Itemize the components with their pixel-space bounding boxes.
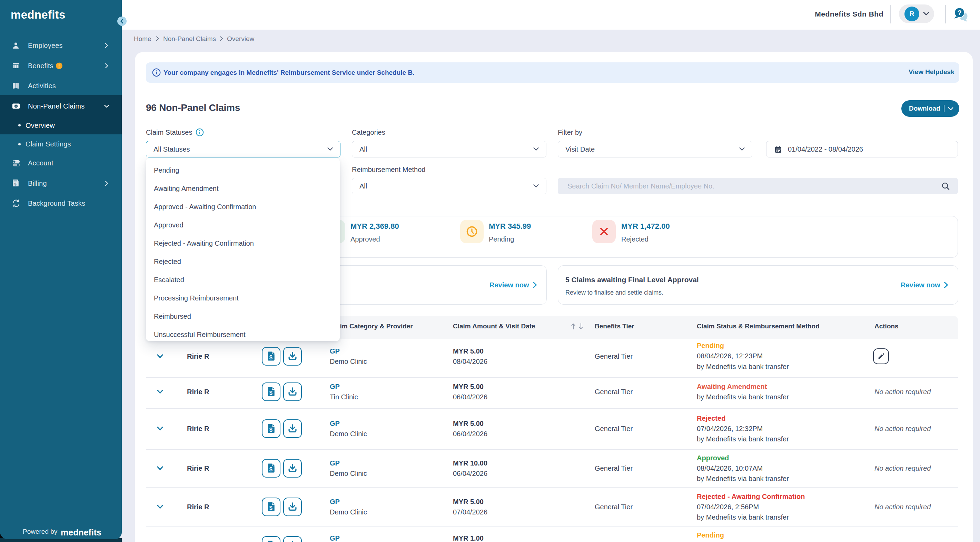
svg-text:$: $: [269, 426, 272, 433]
svg-text:?: ?: [957, 9, 961, 17]
svg-text:$: $: [269, 354, 272, 360]
svg-text:$: $: [269, 466, 272, 472]
svg-text:$: $: [269, 505, 272, 511]
svg-text:$: $: [14, 182, 17, 186]
svg-text:$: $: [269, 390, 272, 396]
